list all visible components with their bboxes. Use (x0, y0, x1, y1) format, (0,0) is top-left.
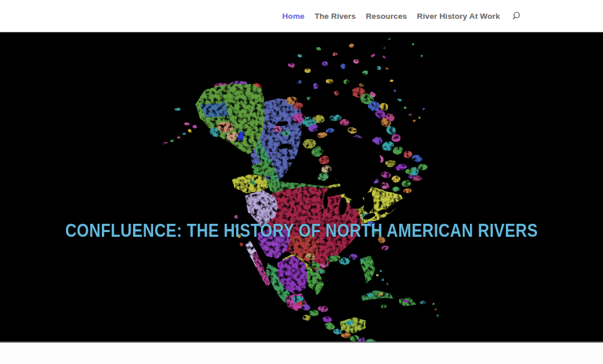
main-nav: Home The Rivers Resources River History … (282, 0, 522, 32)
nav-item-river-history-at-work[interactable]: River History At Work (417, 12, 500, 21)
map-greenland-coast (385, 38, 425, 121)
site-header: Home The Rivers Resources River History … (0, 0, 603, 32)
search-icon[interactable] (512, 11, 522, 21)
hero-section: CONFLUENCE: THE HISTORY OF NORTH AMERICA… (0, 32, 603, 342)
nav-item-the-rivers[interactable]: The Rivers (314, 12, 356, 21)
river-basins-map (0, 32, 603, 342)
nav-item-resources[interactable]: Resources (366, 12, 407, 21)
next-section-strip (0, 342, 603, 364)
map-region-florida (358, 256, 375, 284)
hero-title: CONFLUENCE: THE HISTORY OF NORTH AMERICA… (42, 221, 561, 241)
map-caribbean-islands (360, 272, 438, 318)
nav-item-home[interactable]: Home (282, 12, 304, 21)
